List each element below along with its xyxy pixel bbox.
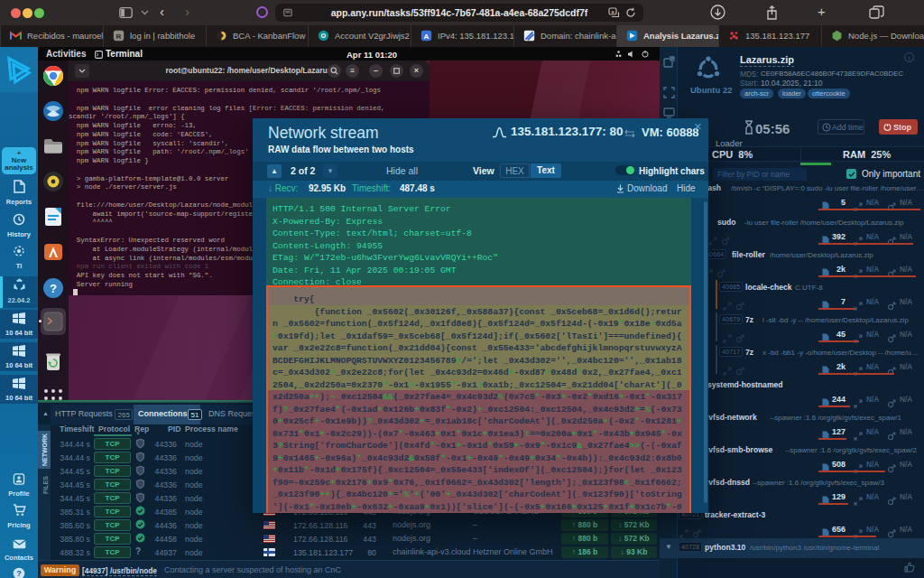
svg-text:?: ? (16, 569, 22, 578)
svg-text:A: A (424, 33, 430, 41)
svg-text:a: a (611, 9, 614, 14)
svg-text:?: ? (50, 282, 57, 295)
svg-text:R: R (116, 33, 122, 41)
